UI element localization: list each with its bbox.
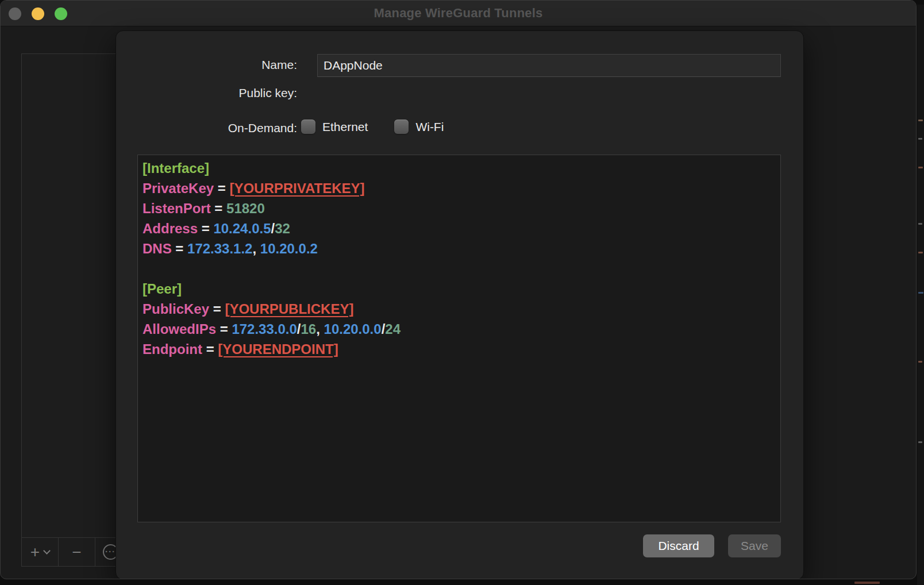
config-token: 10.20.0.0 <box>324 321 382 337</box>
config-token: 24 <box>385 321 401 337</box>
config-token: = <box>198 221 213 236</box>
config-line: PrivateKey = [YOURPRIVATEKEY] <box>143 178 776 198</box>
config-token: ListenPort <box>143 201 211 216</box>
config-line: [Interface] <box>143 158 776 178</box>
wifi-checkbox[interactable] <box>394 120 409 134</box>
config-token: = <box>202 341 218 357</box>
config-token: = <box>216 321 232 337</box>
config-token: , <box>316 321 324 337</box>
background-window-strip <box>917 5 924 585</box>
config-token: 10.20.0.2 <box>260 241 318 256</box>
discard-button[interactable]: Discard <box>643 534 714 557</box>
background-window-bottom-text <box>854 582 880 584</box>
minimize-window-button[interactable] <box>32 7 44 20</box>
config-token: = <box>211 201 226 216</box>
config-token: 16 <box>301 321 317 337</box>
config-token: DNS <box>143 241 172 256</box>
name-label: Name: <box>116 58 297 72</box>
ethernet-checkbox-label: Ethernet <box>322 120 368 134</box>
wifi-checkbox-label: Wi-Fi <box>415 120 444 134</box>
config-token: , <box>252 241 260 256</box>
config-token: AllowedIPs <box>143 321 216 337</box>
config-token: [YOURENDPOINT] <box>218 341 338 357</box>
config-token: 172.33.0.0 <box>232 321 297 337</box>
config-line: ListenPort = 51820 <box>143 198 776 218</box>
config-token: PrivateKey <box>143 180 214 196</box>
zoom-window-button[interactable] <box>55 7 67 20</box>
window-title: Manage WireGuard Tunnels <box>374 6 543 21</box>
manage-tunnels-window: Manage WireGuard Tunnels + − ··· Name: <box>0 0 917 579</box>
edit-tunnel-sheet: Name: Public key: On-Demand: Ethernet Wi… <box>116 30 804 579</box>
save-button[interactable]: Save <box>728 534 781 557</box>
config-token: [YOURPRIVATEKEY] <box>229 180 364 196</box>
config-line: Address = 10.24.0.5/32 <box>143 218 776 238</box>
chevron-down-icon <box>43 547 51 555</box>
config-editor[interactable]: [Interface]PrivateKey = [YOURPRIVATEKEY]… <box>137 155 781 522</box>
config-token: 51820 <box>226 201 265 216</box>
on-demand-label: On-Demand: <box>116 121 297 135</box>
on-demand-options: Ethernet Wi-Fi <box>301 120 444 134</box>
config-token: = <box>172 241 187 256</box>
minus-icon: − <box>72 544 81 560</box>
config-line: AllowedIPs = 172.33.0.0/16, 10.20.0.0/24 <box>143 319 776 339</box>
config-line: [Peer] <box>143 279 776 299</box>
tunnel-name-input[interactable] <box>317 54 781 77</box>
config-line: DNS = 172.33.1.2, 10.20.0.2 <box>143 238 776 259</box>
config-token: 32 <box>275 221 290 236</box>
config-token: Endpoint <box>143 341 202 357</box>
config-line: Endpoint = [YOURENDPOINT] <box>143 339 776 359</box>
screen: Manage WireGuard Tunnels + − ··· Name: <box>0 0 924 585</box>
close-window-button[interactable] <box>9 7 21 20</box>
config-token: [YOURPUBLICKEY] <box>225 301 353 317</box>
config-token: = <box>214 180 229 196</box>
traffic-lights <box>9 1 67 26</box>
config-token: [Interface] <box>143 160 209 176</box>
config-line: PublicKey = [YOURPUBLICKEY] <box>143 299 776 319</box>
add-tunnel-button[interactable]: + <box>22 538 59 566</box>
config-token: 172.33.1.2 <box>187 241 252 256</box>
config-token: = <box>209 301 225 317</box>
plus-icon: + <box>30 544 40 560</box>
titlebar: Manage WireGuard Tunnels <box>1 1 916 26</box>
config-token: / <box>297 321 301 337</box>
public-key-label: Public key: <box>116 86 297 100</box>
ethernet-checkbox[interactable] <box>301 120 315 134</box>
config-token: [Peer] <box>143 281 182 297</box>
remove-tunnel-button[interactable]: − <box>59 538 95 566</box>
config-token: 10.24.0.5 <box>213 221 271 236</box>
config-line <box>143 259 776 279</box>
config-token: PublicKey <box>143 301 209 317</box>
config-token: Address <box>143 221 198 236</box>
